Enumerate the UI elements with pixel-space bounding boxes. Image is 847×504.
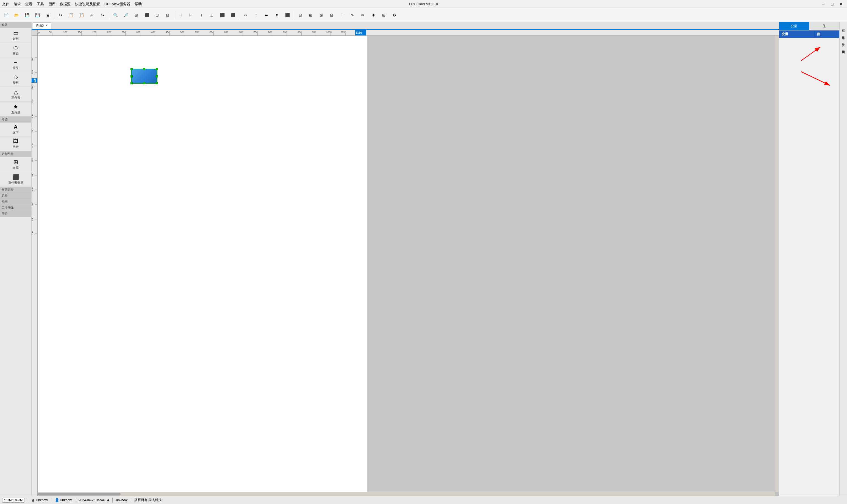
tb-paste[interactable]: 📋: [77, 10, 87, 20]
menu-help[interactable]: 帮助: [134, 2, 142, 6]
center-area: Edit2 ✕ 0 50 100 150: [32, 22, 779, 496]
sidebar-header-default[interactable]: 默认: [0, 22, 31, 28]
sidebar-item-image[interactable]: 🖼 图片: [0, 137, 31, 151]
sidebar-item-rect[interactable]: ▭ 矩形: [0, 28, 31, 43]
panel-content: 变量 值: [779, 31, 839, 496]
tb-new[interactable]: 📄: [1, 10, 11, 20]
tb-actual[interactable]: ⬛: [142, 10, 152, 20]
menu-shortcuts[interactable]: 快捷说明及配置: [75, 2, 100, 6]
tab-edit2[interactable]: Edit2 ✕: [33, 22, 51, 29]
vtab-project[interactable]: 工程: [840, 24, 847, 30]
sidebar-item-layout[interactable]: ⊞ 布局: [0, 157, 31, 172]
minimize-button[interactable]: ─: [819, 1, 827, 7]
handle-bl[interactable]: [130, 82, 133, 84]
menu-opg-server[interactable]: OPGview服务器: [104, 2, 130, 6]
maximize-button[interactable]: □: [828, 1, 836, 7]
sidebar-header-report[interactable]: 报表组件: [0, 187, 31, 193]
ruler-vertical: 100 150 190 200 250 300 350: [32, 36, 38, 496]
rp-tab-value[interactable]: 值: [809, 22, 840, 30]
canvas-wrapper[interactable]: 0 50 100 150 200 250 300 350 400: [32, 30, 779, 496]
canvas-rect-element[interactable]: [131, 69, 158, 84]
tb-zoom-out[interactable]: 🔎: [121, 10, 131, 20]
menu-library[interactable]: 图库: [48, 2, 55, 6]
sidebar-item-ellipse[interactable]: ⬭ 椭圆: [0, 43, 31, 57]
tb-open[interactable]: 📂: [12, 10, 21, 20]
tb-pen[interactable]: ✏: [358, 10, 368, 20]
horizontal-scrollbar[interactable]: [38, 492, 775, 496]
monitor-label: unknow: [36, 498, 48, 502]
tb-select-area[interactable]: ⊡: [152, 10, 162, 20]
tb-print[interactable]: 🖨: [43, 10, 53, 20]
menu-tools[interactable]: 工具: [37, 2, 44, 6]
tb-cut[interactable]: ✂: [56, 10, 66, 20]
tb-fit[interactable]: ⊞: [131, 10, 141, 20]
canvas-area[interactable]: [38, 36, 775, 492]
vtab-online[interactable]: 在线组态: [840, 31, 847, 37]
status-sep3: [75, 498, 75, 503]
tb-undo[interactable]: ↩: [87, 10, 97, 20]
tb-align-bottom[interactable]: ⬛: [228, 10, 238, 20]
tb-save2[interactable]: 💾: [32, 10, 42, 20]
vtab-variable[interactable]: 变量: [840, 38, 847, 44]
tb-group-right[interactable]: ⊞: [306, 10, 316, 20]
menu-edit[interactable]: 编辑: [14, 2, 21, 6]
hscroll-thumb[interactable]: [38, 493, 121, 496]
tb-misc3[interactable]: ⚙: [389, 10, 399, 20]
menu-datasource[interactable]: 数据源: [60, 2, 71, 6]
tb-zoom-in[interactable]: 🔍: [110, 10, 120, 20]
status-sep4: [112, 498, 113, 503]
tb-copy[interactable]: 📋: [66, 10, 76, 20]
tb-size-both[interactable]: ⬛: [283, 10, 292, 20]
tb-align-right[interactable]: ⊤: [196, 10, 206, 20]
handle-tl[interactable]: [130, 68, 133, 70]
tb-text[interactable]: T: [337, 10, 347, 20]
menu-bar: 文件 编辑 查看 工具 图库 数据源 快捷说明及配置 OPGview服务器 帮助: [2, 2, 142, 6]
sidebar-item-event-overlay[interactable]: ⬛ 事件覆盖层: [0, 172, 31, 187]
tb-align-left[interactable]: ⊣: [176, 10, 185, 20]
vtab-element-tree[interactable]: 图元树及属性: [840, 45, 847, 51]
menu-file[interactable]: 文件: [2, 2, 10, 6]
right-panel: 变量 值 变量 值: [779, 22, 839, 496]
handle-tr[interactable]: [156, 68, 158, 70]
svg-text:300: 300: [122, 31, 126, 34]
close-button[interactable]: ✕: [837, 1, 845, 7]
tb-size-h[interactable]: ⬌: [262, 10, 271, 20]
handle-br[interactable]: [156, 82, 158, 84]
tb-align-top[interactable]: ⊥: [207, 10, 217, 20]
tab-edit2-close[interactable]: ✕: [45, 24, 48, 28]
menu-view[interactable]: 查看: [25, 2, 32, 6]
rp-tab-variable[interactable]: 变量: [779, 22, 809, 30]
sidebar-header-custom[interactable]: 定制组件: [0, 151, 31, 157]
sidebar-header-widget[interactable]: 组件: [0, 193, 31, 199]
svg-text:1000: 1000: [326, 31, 331, 34]
tb-edit[interactable]: ✎: [347, 10, 357, 20]
sidebar-item-star[interactable]: ★ 五角星: [0, 102, 31, 116]
sidebar-item-text[interactable]: A 文字: [0, 123, 31, 137]
sidebar-item-triangle[interactable]: △ 三角形: [0, 87, 31, 102]
sidebar-item-diamond[interactable]: ◇ 菱形: [0, 72, 31, 87]
handle-tc[interactable]: [143, 68, 145, 70]
handle-ml[interactable]: [130, 75, 133, 77]
tb-align-center-v[interactable]: ⬛: [217, 10, 227, 20]
tb-dist-h[interactable]: ⇿: [241, 10, 251, 20]
tb-save1[interactable]: 💾: [22, 10, 32, 20]
sidebar-item-arrow[interactable]: → 箭头: [0, 57, 31, 72]
tb-table[interactable]: ⊞: [379, 10, 389, 20]
vertical-scrollbar[interactable]: [775, 36, 779, 492]
sidebar-header-draw[interactable]: 绘图: [0, 116, 31, 123]
tb-grid[interactable]: ⊟: [163, 10, 173, 20]
tb-redo[interactable]: ↪: [97, 10, 107, 20]
handle-bc[interactable]: [143, 82, 145, 84]
tb-misc1[interactable]: ⊠: [316, 10, 326, 20]
tb-misc2[interactable]: ⊡: [327, 10, 337, 20]
svg-text:500: 500: [180, 31, 184, 34]
sidebar-header-anim[interactable]: 动画: [0, 199, 31, 205]
sidebar-header-industrial[interactable]: 工业图元: [0, 205, 31, 211]
tb-dist-v[interactable]: ↕: [251, 10, 261, 20]
tb-group-left[interactable]: ⊟: [295, 10, 305, 20]
tb-size-v[interactable]: ⬍: [272, 10, 282, 20]
tb-cross[interactable]: ✚: [368, 10, 378, 20]
tb-align-center-h[interactable]: ⊢: [186, 10, 196, 20]
sidebar-header-pics[interactable]: 图片: [0, 211, 31, 217]
handle-mr[interactable]: [156, 75, 158, 77]
